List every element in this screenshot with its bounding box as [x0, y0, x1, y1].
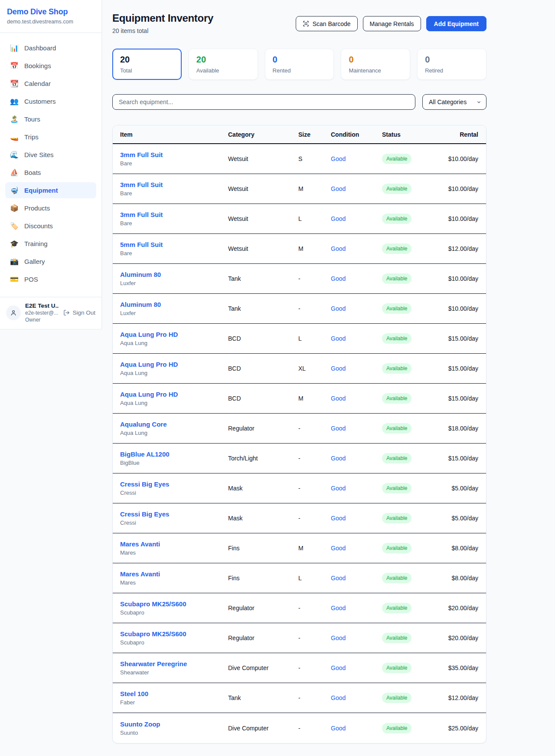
sign-out-label: Sign Out	[72, 309, 95, 316]
condition-link[interactable]: Good	[331, 335, 346, 342]
sidebar-item-boats[interactable]: ⛵ Boats	[5, 164, 96, 181]
item-category: Torch/Light	[228, 455, 298, 462]
sign-out-button[interactable]: Sign Out	[63, 309, 95, 316]
status-badge: Available	[382, 303, 411, 314]
item-name-link[interactable]: 3mm Full Suit	[120, 151, 163, 158]
item-name-link[interactable]: 3mm Full Suit	[120, 211, 163, 218]
condition-link[interactable]: Good	[331, 485, 346, 492]
table-row: 3mm Full Suit Bare Wetsuit M Good Availa…	[113, 174, 486, 204]
user-role: Owner	[25, 317, 59, 323]
sidebar-item-dashboard[interactable]: 📊 Dashboard	[5, 40, 96, 56]
column-header-condition: Condition	[331, 131, 382, 138]
stat-card-retired[interactable]: 0 Retired	[417, 49, 486, 80]
stat-card-total[interactable]: 20 Total	[112, 49, 182, 80]
item-name-link[interactable]: Aqua Lung Pro HD	[120, 391, 178, 398]
table-row: Shearwater Peregrine Shearwater Dive Com…	[113, 653, 486, 683]
condition-link[interactable]: Good	[331, 634, 346, 641]
sidebar-item-label: Customers	[24, 98, 56, 105]
item-brand: Bare	[120, 160, 228, 167]
status-badge: Available	[382, 184, 411, 194]
status-badge: Available	[382, 154, 411, 164]
manage-rentals-button[interactable]: Manage Rentals	[363, 16, 421, 31]
table-body: 3mm Full Suit Bare Wetsuit S Good Availa…	[113, 144, 486, 743]
item-category: Wetsuit	[228, 245, 298, 252]
item-name-link[interactable]: Steel 100	[120, 690, 148, 697]
item-name-link[interactable]: Aqua Lung Pro HD	[120, 361, 178, 368]
sidebar-item-trips[interactable]: 🚤 Trips	[5, 129, 96, 145]
item-name-link[interactable]: Cressi Big Eyes	[120, 480, 169, 488]
item-cell: Scubapro MK25/S600 Scubapro	[120, 600, 228, 616]
stat-card-maintenance[interactable]: 0 Maintenance	[341, 49, 410, 80]
condition-link[interactable]: Good	[331, 215, 346, 222]
condition-link[interactable]: Good	[331, 365, 346, 372]
item-rental: $15.00/day	[438, 455, 479, 462]
item-condition: Good	[331, 335, 382, 342]
condition-link[interactable]: Good	[331, 575, 346, 582]
item-name-link[interactable]: Scubapro MK25/S600	[120, 630, 186, 638]
stat-label: Maintenance	[349, 67, 402, 74]
sidebar-item-dive-sites[interactable]: 🌊 Dive Sites	[5, 147, 96, 163]
status-badge: Available	[382, 423, 411, 434]
sidebar-item-training[interactable]: 🎓 Training	[5, 236, 96, 252]
condition-link[interactable]: Good	[331, 455, 346, 462]
condition-link[interactable]: Good	[331, 725, 346, 732]
item-condition: Good	[331, 155, 382, 162]
condition-link[interactable]: Good	[331, 185, 346, 192]
condition-link[interactable]: Good	[331, 305, 346, 312]
equipment-table: ItemCategorySizeConditionStatusRental 3m…	[112, 125, 486, 743]
item-rental: $12.00/day	[438, 694, 479, 701]
item-name-link[interactable]: Aluminum 80	[120, 271, 161, 278]
barcode-scan-icon	[303, 20, 309, 27]
item-name-link[interactable]: Mares Avanti	[120, 570, 160, 578]
condition-link[interactable]: Good	[331, 245, 346, 252]
sidebar-item-tours[interactable]: 🏝️ Tours	[5, 111, 96, 127]
condition-link[interactable]: Good	[331, 425, 346, 432]
item-name-link[interactable]: Aqua Lung Pro HD	[120, 331, 178, 338]
table-row: 3mm Full Suit Bare Wetsuit L Good Availa…	[113, 204, 486, 234]
condition-link[interactable]: Good	[331, 694, 346, 701]
package-icon: 📦	[10, 204, 19, 212]
condition-link[interactable]: Good	[331, 605, 346, 611]
stat-card-available[interactable]: 20 Available	[189, 49, 258, 80]
condition-link[interactable]: Good	[331, 545, 346, 552]
condition-link[interactable]: Good	[331, 275, 346, 282]
item-status: Available	[382, 393, 438, 404]
sidebar-item-gallery[interactable]: 📸 Gallery	[5, 253, 96, 270]
sidebar-item-equipment[interactable]: 🤿 Equipment	[5, 182, 96, 198]
item-name-link[interactable]: Suunto Zoop	[120, 720, 160, 728]
condition-link[interactable]: Good	[331, 395, 346, 402]
sidebar-item-customers[interactable]: 👥 Customers	[5, 93, 96, 109]
sidebar-item-bookings[interactable]: 📅 Bookings	[5, 58, 96, 74]
item-name-link[interactable]: Scubapro MK25/S600	[120, 600, 186, 608]
sidebar-item-discounts[interactable]: 🏷️ Discounts	[5, 218, 96, 234]
stats-row: 20 Total 20 Available 0 Rented 0 Mainten…	[112, 49, 486, 80]
condition-link[interactable]: Good	[331, 515, 346, 522]
item-size: -	[298, 425, 331, 432]
item-cell: Scubapro MK25/S600 Scubapro	[120, 630, 228, 646]
item-rental: $8.00/day	[438, 575, 479, 582]
status-badge: Available	[382, 723, 411, 733]
item-brand: Suunto	[120, 730, 228, 736]
item-name-link[interactable]: BigBlue AL1200	[120, 450, 170, 458]
scan-barcode-label: Scan Barcode	[313, 20, 351, 27]
item-name-link[interactable]: Cressi Big Eyes	[120, 510, 169, 518]
sidebar-item-calendar[interactable]: 📆 Calendar	[5, 76, 96, 92]
condition-link[interactable]: Good	[331, 155, 346, 162]
category-selected-value: All Categories	[429, 99, 467, 105]
sidebar-item-products[interactable]: 📦 Products	[5, 200, 96, 216]
item-name-link[interactable]: Aqualung Core	[120, 421, 167, 428]
item-name-link[interactable]: Mares Avanti	[120, 540, 160, 548]
scan-barcode-button[interactable]: Scan Barcode	[296, 16, 358, 31]
item-status: Available	[382, 273, 438, 284]
item-name-link[interactable]: 3mm Full Suit	[120, 181, 163, 188]
item-name-link[interactable]: Aluminum 80	[120, 301, 161, 308]
stat-card-rented[interactable]: 0 Rented	[265, 49, 334, 80]
item-name-link[interactable]: Shearwater Peregrine	[120, 660, 187, 667]
item-name-link[interactable]: 5mm Full Suit	[120, 241, 163, 248]
add-equipment-button[interactable]: Add Equipment	[426, 16, 486, 31]
condition-link[interactable]: Good	[331, 664, 346, 671]
sidebar-item-pos[interactable]: 💳 POS	[5, 271, 96, 287]
search-input[interactable]	[112, 94, 415, 110]
item-rental: $25.00/day	[438, 725, 479, 732]
category-select[interactable]: All Categories	[422, 94, 486, 110]
